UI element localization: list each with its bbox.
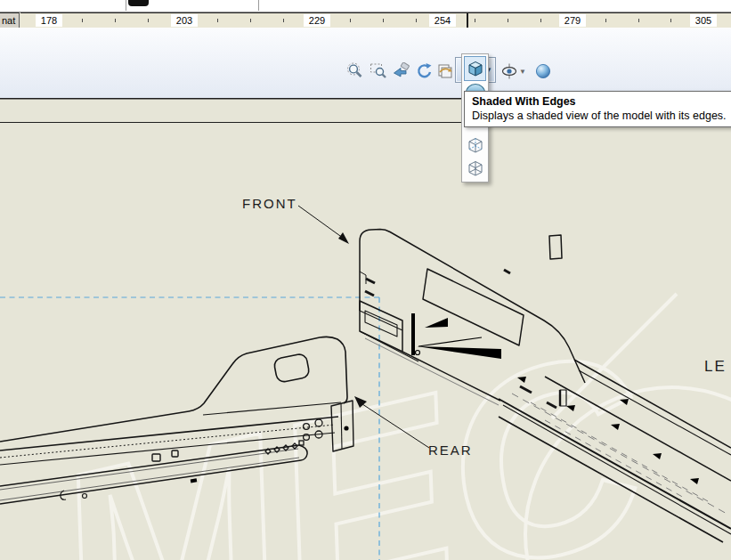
solidworks-window: nat 178 203 229 254 279 305 <box>0 0 731 560</box>
ruler-label: 203 <box>171 14 198 27</box>
watermark: MEC <box>26 293 731 560</box>
flyout-item-wireframe[interactable] <box>464 156 486 181</box>
3d-drawing-view-icon[interactable] <box>436 62 454 80</box>
ruler-label: 229 <box>304 14 330 27</box>
cropped-toolbar-icon[interactable] <box>128 0 149 6</box>
ruler-label: 178 <box>36 14 62 27</box>
flyout-item-hidden-lines-visible[interactable] <box>464 133 486 158</box>
format-button[interactable]: nat <box>0 12 20 28</box>
format-button-label: nat <box>2 15 15 26</box>
ruler-tick <box>508 19 508 22</box>
rotate-view-icon[interactable] <box>415 62 433 80</box>
ruler-tick <box>82 19 83 22</box>
ruler-tick <box>475 19 475 22</box>
shaded-with-edges-cube-icon <box>467 60 484 77</box>
wireframe-cube-icon <box>467 159 484 177</box>
zoom-in-out-icon[interactable] <box>346 62 364 80</box>
chevron-down-icon[interactable]: ▼ <box>518 68 527 76</box>
ruler-label: 305 <box>690 14 717 27</box>
upper-toolbar-strip <box>0 0 731 12</box>
drawing-sheet[interactable]: MEC <box>0 98 731 560</box>
apply-scene-icon[interactable] <box>534 62 552 80</box>
ruler-tick <box>283 19 284 22</box>
left-annotation-partial[interactable]: LE <box>704 358 727 376</box>
ruler-tick <box>350 19 351 22</box>
view-toolbar: ▼ ▼ <box>0 28 731 98</box>
toolbar-separator <box>126 0 126 11</box>
ruler-label: 254 <box>429 14 456 27</box>
zoom-to-area-icon[interactable] <box>370 62 387 80</box>
tooltip-title: Shaded With Edges <box>472 95 727 108</box>
tooltip: Shaded With Edges Displays a shaded view… <box>464 91 731 127</box>
ruler-tick <box>540 19 541 22</box>
ruler-tick <box>605 19 606 22</box>
ruler-tick <box>250 19 251 22</box>
previous-view-icon[interactable] <box>393 62 410 80</box>
front-leader[interactable] <box>298 206 349 244</box>
ruler-tick <box>638 19 639 22</box>
ruler-tick <box>217 19 218 22</box>
front-annotation[interactable]: FRONT <box>242 196 297 211</box>
drawing-view[interactable]: MEC <box>0 98 731 560</box>
hide-show-items-icon[interactable] <box>500 62 518 80</box>
ruler-tick <box>383 19 384 22</box>
ruler-tick <box>115 19 116 22</box>
tooltip-description: Displays a shaded view of the model with… <box>472 110 727 122</box>
toolbar-separator <box>258 0 259 11</box>
ruler-tick <box>416 19 417 22</box>
ruler-tick <box>670 19 671 22</box>
flyout-item-shaded-with-edges[interactable] <box>464 56 486 81</box>
svg-text:MEC: MEC <box>26 293 675 560</box>
ruler-tick <box>148 19 149 22</box>
ruler-view-boundary <box>467 13 468 28</box>
hidden-lines-visible-cube-icon <box>467 136 484 154</box>
ruler-label: 279 <box>559 14 586 27</box>
rear-annotation[interactable]: REAR <box>428 442 473 458</box>
